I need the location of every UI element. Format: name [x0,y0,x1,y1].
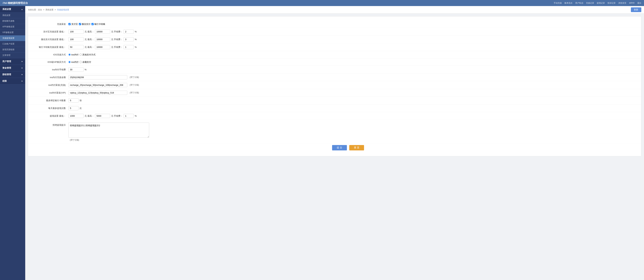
ios-vip-radio2[interactable] [80,61,82,63]
withdraw-fee-input[interactable] [124,114,134,118]
reject-textarea[interactable] [68,123,149,138]
nav-user-message[interactable]: 用户私信 [575,2,583,4]
ios-pay-radio1[interactable] [68,54,70,56]
alipay-settings-row: 支付宝充值设置 最低： 元 最高： 元 手续费： % [28,28,641,36]
sidebar-item-group-chat[interactable]: 群组聊天参数 [0,18,25,24]
sidebar-item-vip-params[interactable]: VIP参数设置 [0,30,25,35]
sidebar-section-users[interactable]: 用户管理 ▼ [0,58,25,65]
chevron-down-icon-finance: ▼ [21,67,23,69]
sidebar-item-system-settings[interactable]: 系统设置 [0,12,25,18]
ios-vip-value: ios内付 余额支付 [68,61,91,64]
ios-vip-channel-row: ios内付渠道(VIP) (用"|"分隔) [28,89,641,97]
chevron-down-icon-groups: ▼ [21,74,23,76]
main-layout: 系统设置 ▲ 系统设置 群组聊天参数 APP参数设置 VIP参数设置 充值提现设… [0,6,644,280]
sidebar-item-remittance[interactable]: 汇款账户设置 [0,41,25,47]
max-bank-cards-value: 张 [68,98,82,103]
content-area: 充值渠道 支付宝 微信支付 银行卡转账 [25,13,644,280]
bank-checkbox[interactable] [92,23,94,25]
bank-settings-value: 元 最高： 元 手续费： % [68,45,137,49]
wechat-fee-input[interactable] [124,37,134,41]
bank-settings-label: 银行卡转账充值设置 最低： [35,46,68,49]
ios-amount-value: (用"|"分隔) [68,75,139,79]
reject-row: 拒绝提现提示 (用"|"分隔) [28,120,641,143]
ios-amount-input[interactable] [68,75,127,79]
ios-channel-label: ios内付渠道(充值) [35,84,68,87]
bank-max-input[interactable] [95,45,110,49]
ios-channel-row: ios内付渠道(充值) (用"|"分隔) [28,81,641,89]
daily-withdraw-input[interactable] [68,106,78,110]
ios-vip-channel-input[interactable] [68,91,127,95]
reject-hint: (用"|"分隔) [70,139,79,141]
app-title: iTel-锦鲤源码管理后台 [3,1,28,5]
ios-amount-row: ios内付充值金额 (用"|"分隔) [28,74,641,81]
bank-settings-row: 银行卡转账充值设置 最低： 元 最高： 元 手续费： % [28,43,641,51]
wechat-max-input[interactable] [95,37,110,41]
withdraw-min-input[interactable] [68,114,84,118]
form-card: 充值渠道 支付宝 微信支付 银行卡转账 [28,16,641,156]
ios-vip-opt2-label[interactable]: 余额支付 [80,61,91,64]
ios-channel-hint: (用"|"分隔) [130,84,139,86]
sidebar-section-groups[interactable]: 群组管理 ▼ [0,71,25,78]
sidebar: 系统设置 ▲ 系统设置 群组聊天参数 APP参数设置 VIP参数设置 充值提现设… [0,6,25,280]
alipay-min-input[interactable] [68,29,84,34]
nav-logout[interactable]: 退出 [637,2,641,4]
ios-vip-row: IOS端VIP购买方式 ios内付 余额支付 [28,58,641,66]
withdraw-settings-row: 提现设置 最低： 元 最高： 元 手续费： % [28,112,641,120]
bank-fee-input[interactable] [124,45,134,49]
nav-complaint-records[interactable]: 投诉记录 [608,2,616,4]
ios-pay-label: IOS充值方式 [35,53,68,56]
wechat-checkbox-label[interactable]: 微信支付 [79,23,90,26]
nav-withdraw-records[interactable]: 提现记录 [597,2,605,4]
nav-bill-flow[interactable]: 账单流水 [564,2,572,4]
ios-fee-input[interactable] [68,67,84,72]
ios-pay-value: ios内付 其他支付方式 [68,53,96,56]
ios-vip-channel-label: ios内付渠道(VIP) [35,91,68,94]
ios-pay-row: IOS充值方式 ios内付 其他支付方式 [28,51,641,58]
breadcrumb-bar: 当前位置：后台 > 系统设置 > 拒绝提现提示 充值提现设置 刷新 [25,6,644,13]
max-bank-cards-row: 最多绑定银行卡数量 张 [28,97,641,104]
sidebar-item-discover-links[interactable]: 发现页面链接 [0,47,25,53]
sidebar-item-app-params[interactable]: APP参数设置 [0,24,25,30]
top-nav-links: 手动充值 账单流水 用户私信 充值记录 提现记录 投诉记录 浏览首页 admin… [554,2,641,4]
ios-channel-input[interactable] [68,83,127,87]
bank-checkbox-label[interactable]: 银行卡转账 [92,23,105,26]
ios-fee-label: ios内付手续费 [35,68,68,71]
sidebar-section-finance[interactable]: 资金管理 ▼ [0,65,25,71]
alipay-checkbox[interactable] [68,23,70,25]
nav-browse-home[interactable]: 浏览首页 [618,2,626,4]
alipay-checkbox-label[interactable]: 支付宝 [68,23,78,26]
daily-withdraw-row: 每天最多提现次数 次 [28,104,641,112]
alipay-fee-input[interactable] [124,29,134,34]
ios-fee-value: % [68,67,86,72]
nav-manual-recharge[interactable]: 手动充值 [554,2,562,4]
ios-vip-opt1-label[interactable]: ios内付 [68,61,78,64]
sidebar-section-permissions[interactable]: 权限 ▼ [0,78,25,84]
ios-pay-radio2[interactable] [80,54,82,56]
chevron-up-icon: ▲ [21,8,23,10]
sidebar-item-article-manage[interactable]: 文章管理 [0,53,25,58]
wechat-checkbox[interactable] [79,23,81,25]
ios-vip-radio1[interactable] [68,61,70,63]
withdraw-max-input[interactable] [95,114,110,118]
wechat-min-input[interactable] [68,37,84,41]
reject-label: 拒绝提现提示 [35,123,68,127]
alipay-max-input[interactable] [95,29,110,34]
breadcrumb-current: 充值提现设置 [57,8,69,11]
reset-button[interactable]: 重 置 [349,145,364,150]
reject-value: (用"|"分隔) [68,123,149,141]
ios-pay-opt2-label[interactable]: 其他支付方式 [80,53,96,56]
nav-recharge-records[interactable]: 充值记录 [586,2,594,4]
sidebar-section-system[interactable]: 系统设置 ▲ [0,6,25,12]
recharge-channel-row: 充值渠道 支付宝 微信支付 银行卡转账 [28,20,641,28]
ios-vip-channel-hint: (用"|"分隔) [130,91,139,94]
daily-withdraw-value: 次 [68,106,82,110]
ios-pay-opt1-label[interactable]: ios内付 [68,53,78,56]
sidebar-item-recharge-settings[interactable]: 充值提现设置 [0,35,25,41]
refresh-button[interactable]: 刷新 [631,7,641,12]
max-bank-cards-input[interactable] [68,98,78,103]
top-nav: iTel-锦鲤源码管理后台 手动充值 账单流水 用户私信 充值记录 提现记录 投… [0,0,644,6]
submit-button[interactable]: 提 交 [332,145,347,150]
wechat-settings-value: 元 最高： 元 手续费： % [68,37,137,41]
wechat-settings-row: 微信支付充值设置 最低： 元 最高： 元 手续费： % [28,36,641,43]
bank-min-input[interactable] [68,45,84,49]
